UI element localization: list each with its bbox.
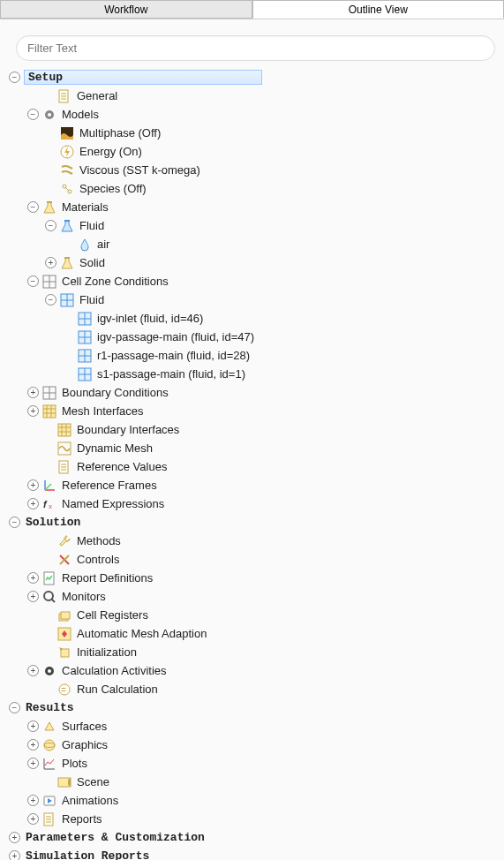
toggle-reports[interactable]: +: [27, 813, 39, 825]
item-czc-fluid[interactable]: Fluid: [78, 293, 106, 306]
toggle-plots[interactable]: +: [27, 758, 39, 769]
meshif-icon: [42, 404, 56, 419]
solid-icon: [60, 256, 74, 270]
item-scene[interactable]: Scene: [75, 775, 111, 788]
spacer: [42, 461, 54, 472]
item-plots[interactable]: Plots: [60, 757, 89, 770]
monitors-icon: [42, 590, 56, 604]
item-init[interactable]: Initialization: [75, 645, 139, 659]
item-czc[interactable]: Cell Zone Conditions: [60, 275, 170, 288]
section-solution[interactable]: Solution: [24, 516, 82, 529]
toggle-monitors[interactable]: +: [27, 591, 39, 602]
spacer: [42, 535, 54, 547]
toggle-mat-fluid[interactable]: −: [45, 220, 56, 231]
general-icon: [57, 89, 71, 103]
zone-icon: [78, 330, 92, 344]
refval-icon: [57, 460, 71, 474]
toggle-solution[interactable]: −: [9, 517, 20, 528]
toggle-models[interactable]: −: [27, 109, 39, 120]
init-icon: [57, 645, 71, 660]
item-reportdef[interactable]: Report Definitions: [60, 571, 154, 585]
item-cellreg[interactable]: Cell Registers: [75, 608, 150, 622]
toggle-bc[interactable]: +: [27, 387, 39, 398]
automesh-icon: [57, 627, 71, 641]
toggle-results[interactable]: −: [9, 702, 20, 713]
section-setup[interactable]: Setup: [24, 70, 262, 85]
section-simrep[interactable]: Simulation Reports: [24, 849, 151, 860]
air-icon: [78, 238, 92, 252]
toggle-mat-solid[interactable]: +: [45, 257, 56, 268]
toggle-czc-fluid[interactable]: −: [45, 294, 56, 306]
surfaces-icon: [42, 720, 56, 734]
item-air[interactable]: air: [95, 238, 111, 251]
item-runcalc[interactable]: Run Calculation: [75, 683, 160, 696]
toggle-graphics[interactable]: +: [27, 739, 39, 751]
materials-icon: [42, 200, 56, 215]
toggle-params[interactable]: +: [9, 832, 20, 843]
tab-workflow-label: Workflow: [104, 4, 147, 16]
fluid-icon: [60, 219, 74, 233]
item-surfaces[interactable]: Surfaces: [60, 720, 109, 733]
item-species[interactable]: Species (Off): [78, 182, 148, 195]
item-energy[interactable]: Energy (On): [78, 145, 144, 158]
item-boundif[interactable]: Boundary Interfaces: [75, 423, 181, 436]
toggle-meshif[interactable]: +: [27, 405, 39, 417]
item-mat-fluid[interactable]: Fluid: [78, 219, 106, 232]
spacer: [42, 90, 54, 102]
item-general[interactable]: General: [75, 89, 119, 102]
item-automesh[interactable]: Automatic Mesh Adaption: [75, 627, 208, 640]
section-params[interactable]: Parameters & Customization: [24, 831, 207, 844]
tab-bar: Workflow Outline View: [0, 0, 504, 19]
item-namedexpr[interactable]: Named Expressions: [60, 497, 166, 510]
species-icon: [60, 182, 74, 196]
tab-workflow[interactable]: Workflow: [0, 0, 252, 19]
tab-outline-view[interactable]: Outline View: [252, 0, 505, 19]
item-materials[interactable]: Materials: [60, 200, 110, 214]
reportdef-icon: [42, 571, 56, 585]
reports-icon: [42, 812, 56, 826]
item-zone-r1-passage[interactable]: r1-passage-main (fluid, id=28): [95, 349, 252, 362]
item-zone-igv-inlet[interactable]: igv-inlet (fluid, id=46): [95, 312, 205, 325]
item-monitors[interactable]: Monitors: [60, 590, 108, 603]
controls-icon: [57, 553, 71, 567]
toggle-simrep[interactable]: +: [9, 850, 20, 860]
outline-tree: − Setup General − Models Multiphase (Off…: [0, 68, 504, 860]
spacer: [42, 628, 54, 639]
item-multiphase[interactable]: Multiphase (Off): [78, 126, 162, 140]
toggle-setup[interactable]: −: [9, 72, 20, 83]
cellreg-icon: [57, 608, 71, 622]
item-dynmesh[interactable]: Dynamic Mesh: [75, 441, 154, 455]
graphics-icon: [42, 738, 56, 752]
item-refval[interactable]: Reference Values: [75, 460, 169, 473]
section-results[interactable]: Results: [24, 701, 76, 714]
toggle-czc[interactable]: −: [27, 275, 39, 287]
item-animations[interactable]: Animations: [60, 794, 120, 807]
item-graphics[interactable]: Graphics: [60, 738, 109, 751]
toggle-surfaces[interactable]: +: [27, 720, 39, 732]
item-zone-s1-passage[interactable]: s1-passage-main (fluid, id=1): [95, 367, 247, 381]
namedexpr-icon: [42, 497, 56, 511]
toggle-calcact[interactable]: +: [27, 665, 39, 676]
toggle-namedexpr[interactable]: +: [27, 498, 39, 509]
filter-input[interactable]: [16, 35, 495, 61]
item-calcact[interactable]: Calculation Activities: [60, 664, 169, 677]
item-zone-igv-passage[interactable]: igv-passage-main (fluid, id=47): [95, 330, 256, 343]
toggle-reportdef[interactable]: +: [27, 572, 39, 584]
item-bc[interactable]: Boundary Conditions: [60, 386, 170, 399]
item-refframes[interactable]: Reference Frames: [60, 479, 159, 492]
item-meshif[interactable]: Mesh Interfaces: [60, 404, 146, 418]
models-icon: [42, 108, 56, 122]
item-mat-solid[interactable]: Solid: [78, 256, 107, 269]
dynmesh-icon: [57, 441, 71, 456]
item-reports[interactable]: Reports: [60, 812, 104, 826]
toggle-materials[interactable]: −: [27, 201, 39, 213]
zone-icon: [78, 312, 92, 326]
item-models[interactable]: Models: [60, 108, 101, 121]
item-controls[interactable]: Controls: [75, 553, 121, 566]
item-viscous[interactable]: Viscous (SST k-omega): [78, 163, 202, 177]
spacer: [42, 683, 54, 695]
methods-icon: [57, 534, 71, 548]
item-methods[interactable]: Methods: [75, 534, 123, 547]
toggle-animations[interactable]: +: [27, 795, 39, 806]
toggle-refframes[interactable]: +: [27, 479, 39, 491]
